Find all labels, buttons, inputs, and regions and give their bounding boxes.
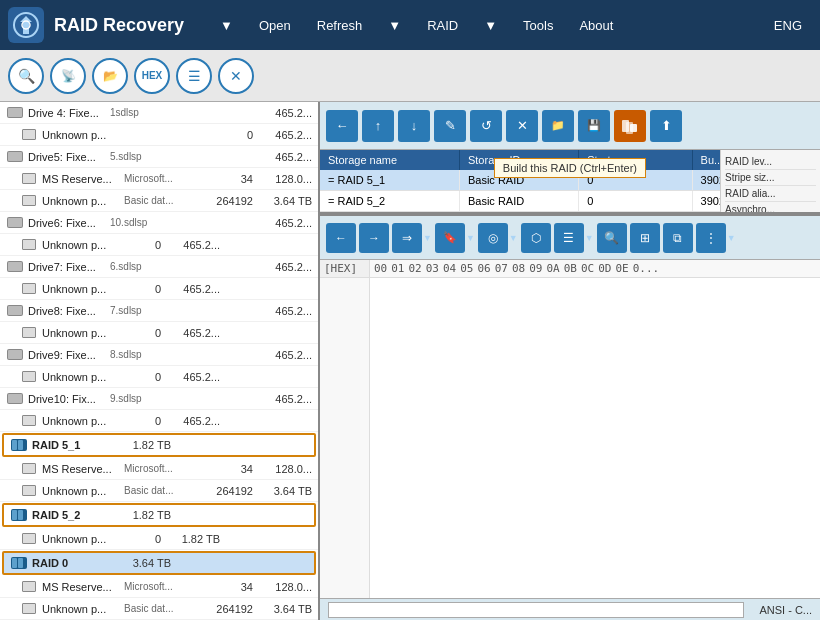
list-item[interactable]: Unknown p... 0 465.2... (0, 278, 318, 300)
hex-bookmark[interactable]: 🔖 (435, 223, 465, 253)
hex-nav-fwd2[interactable]: ⇒ (392, 223, 422, 253)
raid-icon (10, 438, 28, 452)
partition-icon (20, 326, 38, 340)
hex-data-area (320, 278, 820, 598)
svg-rect-14 (630, 124, 637, 132)
cell-storage-id: Basic RAID (459, 170, 578, 191)
scan-button[interactable]: 📡 (50, 58, 86, 94)
menu-bar: ▼ Open Refresh ▼ RAID ▼ Tools About (208, 12, 760, 39)
delete-raid-button[interactable]: ✕ (506, 110, 538, 142)
hex-list[interactable]: ☰ (554, 223, 584, 253)
list-item[interactable]: Unknown p... 0 465.2... (0, 234, 318, 256)
undo-button[interactable]: ↺ (470, 110, 502, 142)
hex-grid[interactable]: ⊞ (630, 223, 660, 253)
raid-0-item[interactable]: RAID 0 3.64 TB (2, 551, 316, 575)
nav-back-button[interactable]: ← (326, 110, 358, 142)
hex-more[interactable]: ⋮ (696, 223, 726, 253)
svg-rect-11 (18, 558, 23, 568)
raid-5-1-item[interactable]: RAID 5_1 1.82 TB (2, 433, 316, 457)
prop-stripe-size: Stripe siz... (725, 170, 816, 186)
open-folder-button[interactable]: 📁 (542, 110, 574, 142)
save-raid-button[interactable]: 💾 (578, 110, 610, 142)
hex-viewer: ← → ⇒ ▼ 🔖 ▼ ◎ ▼ ⬡ (320, 214, 820, 598)
list-item[interactable]: Unknown p... 0 465.2... (0, 322, 318, 344)
partition-icon (20, 484, 38, 498)
drive-icon (6, 348, 24, 362)
status-input[interactable] (328, 602, 744, 618)
prop-async: Asynchro... (725, 202, 816, 212)
menu-raid-dropdown[interactable]: ▼ (376, 12, 413, 39)
edit-button[interactable]: ✎ (434, 110, 466, 142)
list-item[interactable]: Unknown p... Basic dat... 264192 3.64 TB (0, 480, 318, 502)
list-item[interactable]: MS Reserve... Microsoft... 34 128.0... (0, 576, 318, 598)
export-button[interactable]: ⬆ (650, 110, 682, 142)
menu-refresh[interactable]: Refresh (305, 12, 375, 39)
menu-raid[interactable]: RAID (415, 12, 470, 39)
list-item[interactable]: Unknown p... 0 465.2... (0, 124, 318, 146)
raid-5-2-item[interactable]: RAID 5_2 1.82 TB (2, 503, 316, 527)
hex-content: [HEX] 00 01 02 03 04 05 06 07 08 09 (320, 260, 820, 598)
close-button[interactable]: ✕ (218, 58, 254, 94)
prop-raid-alias: RAID alia... (725, 186, 816, 202)
drive-icon (6, 304, 24, 318)
svg-rect-10 (12, 558, 17, 568)
list-item[interactable]: Drive6: Fixe... 10.sdlsp 465.2... (0, 212, 318, 234)
hex-fwd2-dropdown[interactable]: ▼ (423, 233, 432, 243)
menu-tools[interactable]: Tools (511, 12, 565, 39)
menu-open-dropdown[interactable]: ▼ (208, 12, 245, 39)
hex-search[interactable]: 🔍 (597, 223, 627, 253)
hex-view-btn[interactable]: ⬡ (521, 223, 551, 253)
partition-icon (20, 370, 38, 384)
left-panel: Drive 4: Fixe... 1sdlsp 465.2... Unknown… (0, 102, 320, 620)
hex-byte-column (370, 278, 820, 598)
menu-tools-dropdown[interactable]: ▼ (472, 12, 509, 39)
hex-more-dropdown[interactable]: ▼ (727, 233, 736, 243)
list-item[interactable]: Unknown p... 0 1.82 TB (0, 528, 318, 550)
cell-start: 0 (579, 170, 692, 191)
list-item[interactable]: Unknown p... Basic dat... 264192 3.64 TB (0, 598, 318, 620)
drive-icon (6, 260, 24, 274)
hex-nav-back[interactable]: ← (326, 223, 356, 253)
statusbar: ANSI - C... (320, 598, 820, 620)
list-item[interactable]: Unknown p... Basic dat... 264192 3.64 TB (0, 190, 318, 212)
hex-toolbar: ← → ⇒ ▼ 🔖 ▼ ◎ ▼ ⬡ (320, 216, 820, 260)
lang-selector[interactable]: ENG (764, 12, 812, 39)
nav-up-button[interactable]: ↑ (362, 110, 394, 142)
nav-down-button[interactable]: ↓ (398, 110, 430, 142)
menu-open[interactable]: Open (247, 12, 303, 39)
list-item[interactable]: Drive10: Fix... 9.sdlsp 465.2... (0, 388, 318, 410)
svg-rect-7 (12, 510, 17, 520)
list-item[interactable]: Unknown p... 0 465.2... (0, 366, 318, 388)
prop-raid-level: RAID lev... (725, 154, 816, 170)
raid-icon (10, 508, 28, 522)
list-view-button[interactable]: ☰ (176, 58, 212, 94)
hex-goto-dropdown[interactable]: ▼ (509, 233, 518, 243)
partition-icon (20, 462, 38, 476)
list-item[interactable]: Drive8: Fixe... 7.sdlsp 465.2... (0, 300, 318, 322)
hex-copy[interactable]: ⧉ (663, 223, 693, 253)
open-file-button[interactable]: 📂 (92, 58, 128, 94)
hex-bookmark-dropdown[interactable]: ▼ (466, 233, 475, 243)
list-item[interactable]: MS Reserve... Microsoft... 34 128.0... (0, 168, 318, 190)
list-item[interactable]: Drive9: Fixe... 8.sdlsp 465.2... (0, 344, 318, 366)
hex-goto[interactable]: ◎ (478, 223, 508, 253)
partition-icon (20, 414, 38, 428)
hex-nav-fwd[interactable]: → (359, 223, 389, 253)
hex-header-row: 00 01 02 03 04 05 06 07 08 09 0A 0B (370, 260, 820, 277)
partition-icon (20, 194, 38, 208)
list-item[interactable]: Unknown p... 0 465.2... (0, 410, 318, 432)
list-item[interactable]: Drive 4: Fixe... 1sdlsp 465.2... (0, 102, 318, 124)
menu-about[interactable]: About (567, 12, 625, 39)
partition-icon (20, 580, 38, 594)
hex-list-dropdown[interactable]: ▼ (585, 233, 594, 243)
hex-view-button[interactable]: HEX (134, 58, 170, 94)
build-raid-button[interactable]: Build this RAID (Ctrl+Enter) (614, 110, 646, 142)
drive-icon (6, 150, 24, 164)
list-item[interactable]: Drive5: Fixe... 5.sdlsp 465.2... (0, 146, 318, 168)
list-item[interactable]: Drive7: Fixe... 6.sdlsp 465.2... (0, 256, 318, 278)
search-button[interactable]: 🔍 (8, 58, 44, 94)
list-item[interactable]: MS Reserve... Microsoft... 34 128.0... (0, 458, 318, 480)
hex-offset-label: [HEX] (320, 260, 370, 277)
hex-offset-column (320, 278, 370, 598)
titlebar: RAID Recovery ▼ Open Refresh ▼ RAID ▼ To… (0, 0, 820, 50)
